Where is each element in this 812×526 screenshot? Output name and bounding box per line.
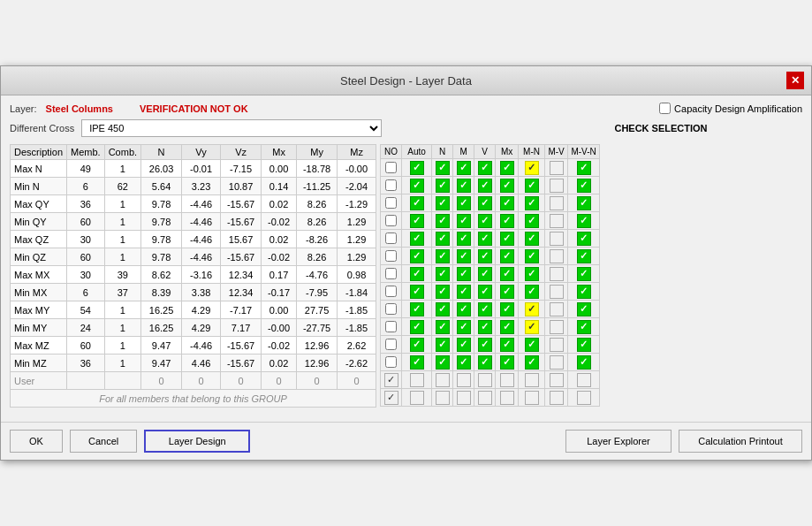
check-cell-6[interactable] [545,389,568,407]
check-cell-7[interactable] [568,389,600,407]
no-cell[interactable] [381,336,402,354]
check-cell-6[interactable] [545,301,568,318]
check-cell-1[interactable] [432,301,453,318]
check-cell-3[interactable] [474,230,496,248]
check-cell-0[interactable] [402,283,432,301]
check-cell-5[interactable] [519,371,545,389]
layer-design-button[interactable]: Layer Design [144,430,250,453]
check-cell-3[interactable] [474,389,496,407]
check-cell-3[interactable] [474,194,496,212]
no-checkbox[interactable] [385,321,397,332]
check-cell-4[interactable] [496,371,519,389]
check-cell-2[interactable] [453,354,474,371]
check-cell-4[interactable] [496,194,519,212]
check-cell-5[interactable] [519,194,545,212]
no-cell[interactable] [381,194,402,212]
no-cell[interactable] [381,371,402,389]
no-cell[interactable] [381,301,402,318]
no-cell[interactable] [381,389,402,407]
check-cell-6[interactable] [545,354,568,371]
check-cell-1[interactable] [432,354,453,371]
check-cell-0[interactable] [402,194,432,212]
check-cell-6[interactable] [545,212,568,230]
no-cell[interactable] [381,265,402,283]
check-cell-2[interactable] [453,177,474,194]
check-cell-2[interactable] [453,336,474,354]
check-cell-0[interactable] [402,389,432,407]
no-checkbox[interactable] [385,233,397,244]
layer-explorer-button[interactable]: Layer Explorer [565,430,672,453]
cross-section-select[interactable]: IPE 450 [81,119,382,137]
capacity-design-checkbox[interactable] [659,103,671,114]
no-checkbox[interactable] [385,215,397,226]
check-cell-0[interactable] [402,301,432,318]
no-checkbox[interactable] [385,250,397,262]
check-cell-3[interactable] [474,354,496,371]
no-cell[interactable] [381,283,402,301]
check-cell-1[interactable] [432,177,453,194]
check-cell-7[interactable] [568,283,600,301]
check-cell-7[interactable] [568,354,600,371]
check-cell-0[interactable] [402,177,432,194]
check-cell-4[interactable] [496,301,519,318]
check-cell-5[interactable] [519,336,545,354]
check-cell-2[interactable] [453,318,474,336]
check-cell-0[interactable] [402,371,432,389]
check-cell-7[interactable] [568,371,600,389]
check-cell-6[interactable] [545,371,568,389]
check-cell-3[interactable] [474,336,496,354]
check-cell-7[interactable] [568,177,600,194]
check-cell-4[interactable] [496,230,519,248]
no-checkbox[interactable] [385,286,397,297]
check-cell-5[interactable] [519,301,545,318]
check-cell-6[interactable] [545,336,568,354]
check-cell-3[interactable] [474,212,496,230]
check-cell-0[interactable] [402,230,432,248]
check-cell-3[interactable] [474,283,496,301]
no-checkbox[interactable] [385,162,397,173]
check-cell-3[interactable] [474,177,496,194]
check-cell-6[interactable] [545,248,568,265]
check-cell-4[interactable] [496,318,519,336]
check-cell-0[interactable] [402,265,432,283]
no-checkbox[interactable] [385,339,397,350]
check-cell-2[interactable] [453,265,474,283]
check-cell-2[interactable] [453,194,474,212]
check-cell-1[interactable] [432,194,453,212]
check-cell-7[interactable] [568,212,600,230]
check-cell-5[interactable] [519,283,545,301]
check-cell-5[interactable] [519,354,545,371]
check-cell-1[interactable] [432,230,453,248]
check-cell-5[interactable] [519,212,545,230]
check-cell-6[interactable] [545,283,568,301]
no-checkbox[interactable] [385,179,397,191]
check-cell-6[interactable] [545,159,568,177]
check-cell-0[interactable] [402,212,432,230]
check-cell-6[interactable] [545,230,568,248]
check-cell-0[interactable] [402,248,432,265]
ok-button[interactable]: OK [10,430,63,453]
no-cell[interactable] [381,159,402,177]
check-cell-4[interactable] [496,389,519,407]
check-cell-6[interactable] [545,318,568,336]
check-cell-4[interactable] [496,354,519,371]
check-cell-0[interactable] [402,354,432,371]
no-checkbox[interactable] [385,268,397,279]
check-cell-7[interactable] [568,230,600,248]
check-cell-6[interactable] [545,265,568,283]
check-cell-5[interactable] [519,159,545,177]
no-cell[interactable] [381,248,402,265]
check-cell-5[interactable] [519,248,545,265]
check-cell-2[interactable] [453,230,474,248]
check-cell-3[interactable] [474,318,496,336]
check-cell-0[interactable] [402,159,432,177]
check-cell-4[interactable] [496,248,519,265]
check-cell-4[interactable] [496,159,519,177]
check-cell-2[interactable] [453,301,474,318]
check-cell-7[interactable] [568,336,600,354]
check-cell-2[interactable] [453,159,474,177]
check-cell-5[interactable] [519,265,545,283]
check-cell-4[interactable] [496,177,519,194]
check-cell-2[interactable] [453,212,474,230]
check-cell-7[interactable] [568,194,600,212]
